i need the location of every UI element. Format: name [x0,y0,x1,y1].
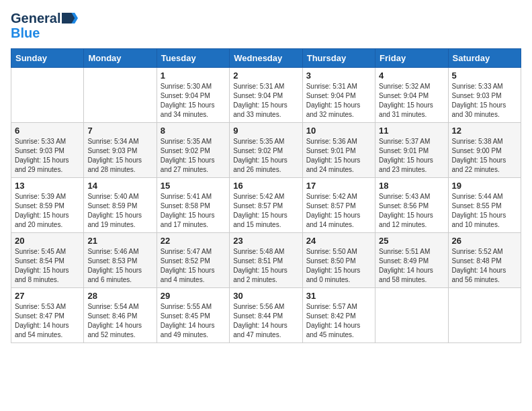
day-number: 25 [379,236,444,246]
calendar-cell: 19Sunrise: 5:44 AMSunset: 8:55 PMDayligh… [448,178,521,233]
logo-general: General [11,11,60,26]
cell-info: Sunrise: 5:34 AMSunset: 9:03 PMDaylight:… [87,137,152,175]
day-number: 3 [306,71,371,81]
cell-info: Sunrise: 5:44 AMSunset: 8:55 PMDaylight:… [452,192,517,230]
cell-info: Sunrise: 5:45 AMSunset: 8:54 PMDaylight:… [15,247,80,285]
day-number: 24 [306,236,371,246]
calendar-cell: 21Sunrise: 5:46 AMSunset: 8:53 PMDayligh… [84,233,157,288]
calendar-cell: 28Sunrise: 5:54 AMSunset: 8:46 PMDayligh… [84,288,157,343]
day-number: 12 [452,126,517,136]
day-number: 5 [452,71,517,81]
calendar-cell: 27Sunrise: 5:53 AMSunset: 8:47 PMDayligh… [11,288,84,343]
day-number: 20 [15,236,80,246]
cell-info: Sunrise: 5:31 AMSunset: 9:04 PMDaylight:… [233,82,298,120]
cell-info: Sunrise: 5:42 AMSunset: 8:57 PMDaylight:… [306,192,371,230]
weekday-header: Wednesday [230,49,302,68]
day-number: 23 [233,236,298,246]
calendar-cell: 5Sunrise: 5:33 AMSunset: 9:03 PMDaylight… [448,68,521,123]
calendar-cell: 6Sunrise: 5:33 AMSunset: 9:03 PMDaylight… [11,123,84,178]
calendar-cell: 18Sunrise: 5:43 AMSunset: 8:56 PMDayligh… [375,178,448,233]
day-number: 9 [233,126,298,136]
weekday-header: Saturday [448,49,521,68]
cell-info: Sunrise: 5:35 AMSunset: 9:02 PMDaylight:… [161,137,226,175]
cell-info: Sunrise: 5:54 AMSunset: 8:46 PMDaylight:… [87,302,152,340]
cell-info: Sunrise: 5:30 AMSunset: 9:04 PMDaylight:… [161,82,226,120]
calendar-cell: 1Sunrise: 5:30 AMSunset: 9:04 PMDaylight… [157,68,229,123]
cell-info: Sunrise: 5:40 AMSunset: 8:59 PMDaylight:… [87,192,152,230]
calendar-cell: 16Sunrise: 5:42 AMSunset: 8:57 PMDayligh… [230,178,302,233]
cell-info: Sunrise: 5:46 AMSunset: 8:53 PMDaylight:… [87,247,152,285]
calendar-cell: 25Sunrise: 5:51 AMSunset: 8:49 PMDayligh… [375,233,448,288]
cell-info: Sunrise: 5:50 AMSunset: 8:50 PMDaylight:… [306,247,371,285]
cell-info: Sunrise: 5:43 AMSunset: 8:56 PMDaylight:… [379,192,444,230]
cell-info: Sunrise: 5:47 AMSunset: 8:52 PMDaylight:… [161,247,226,285]
calendar-cell: 13Sunrise: 5:39 AMSunset: 8:59 PMDayligh… [11,178,84,233]
weekday-header: Tuesday [157,49,229,68]
day-number: 13 [15,181,80,191]
calendar-header: SundayMondayTuesdayWednesdayThursdayFrid… [11,49,521,68]
calendar-cell: 7Sunrise: 5:34 AMSunset: 9:03 PMDaylight… [84,123,157,178]
weekday-header: Friday [375,49,448,68]
cell-info: Sunrise: 5:38 AMSunset: 9:00 PMDaylight:… [452,137,517,175]
day-number: 11 [379,126,444,136]
calendar-cell [375,288,448,343]
logo-flag-icon [62,13,78,24]
calendar-cell: 12Sunrise: 5:38 AMSunset: 9:00 PMDayligh… [448,123,521,178]
calendar-cell: 9Sunrise: 5:35 AMSunset: 9:02 PMDaylight… [230,123,302,178]
calendar-cell: 2Sunrise: 5:31 AMSunset: 9:04 PMDaylight… [230,68,302,123]
calendar-cell: 4Sunrise: 5:32 AMSunset: 9:04 PMDaylight… [375,68,448,123]
cell-info: Sunrise: 5:36 AMSunset: 9:01 PMDaylight:… [306,137,371,175]
day-number: 14 [87,181,152,191]
day-number: 15 [161,181,226,191]
day-number: 7 [87,126,152,136]
calendar-cell: 15Sunrise: 5:41 AMSunset: 8:58 PMDayligh… [157,178,229,233]
calendar-cell [11,68,84,123]
cell-info: Sunrise: 5:39 AMSunset: 8:59 PMDaylight:… [15,192,80,230]
day-number: 6 [15,126,80,136]
day-number: 31 [306,291,371,301]
day-number: 28 [87,291,152,301]
day-number: 1 [161,71,226,81]
day-number: 4 [379,71,444,81]
weekday-header: Thursday [302,49,375,68]
cell-info: Sunrise: 5:32 AMSunset: 9:04 PMDaylight:… [379,82,444,120]
cell-info: Sunrise: 5:33 AMSunset: 9:03 PMDaylight:… [15,137,80,175]
calendar-cell [448,288,521,343]
page-header: General Blue [11,11,521,40]
cell-info: Sunrise: 5:35 AMSunset: 9:02 PMDaylight:… [233,137,298,175]
cell-info: Sunrise: 5:51 AMSunset: 8:49 PMDaylight:… [379,247,444,285]
day-number: 16 [233,181,298,191]
cell-info: Sunrise: 5:52 AMSunset: 8:48 PMDaylight:… [452,247,517,285]
day-number: 10 [306,126,371,136]
calendar-cell: 14Sunrise: 5:40 AMSunset: 8:59 PMDayligh… [84,178,157,233]
calendar-cell: 8Sunrise: 5:35 AMSunset: 9:02 PMDaylight… [157,123,229,178]
calendar-cell: 31Sunrise: 5:57 AMSunset: 8:42 PMDayligh… [302,288,375,343]
calendar-table: SundayMondayTuesdayWednesdayThursdayFrid… [11,48,521,343]
cell-info: Sunrise: 5:42 AMSunset: 8:57 PMDaylight:… [233,192,298,230]
day-number: 21 [87,236,152,246]
calendar-cell: 22Sunrise: 5:47 AMSunset: 8:52 PMDayligh… [157,233,229,288]
day-number: 18 [379,181,444,191]
calendar-cell: 17Sunrise: 5:42 AMSunset: 8:57 PMDayligh… [302,178,375,233]
cell-info: Sunrise: 5:48 AMSunset: 8:51 PMDaylight:… [233,247,298,285]
cell-info: Sunrise: 5:57 AMSunset: 8:42 PMDaylight:… [306,302,371,340]
logo-blue: Blue [11,26,40,40]
calendar-cell: 10Sunrise: 5:36 AMSunset: 9:01 PMDayligh… [302,123,375,178]
cell-info: Sunrise: 5:41 AMSunset: 8:58 PMDaylight:… [161,192,226,230]
calendar-cell: 3Sunrise: 5:31 AMSunset: 9:04 PMDaylight… [302,68,375,123]
weekday-header: Sunday [11,49,84,68]
day-number: 19 [452,181,517,191]
day-number: 17 [306,181,371,191]
cell-info: Sunrise: 5:31 AMSunset: 9:04 PMDaylight:… [306,82,371,120]
day-number: 29 [161,291,226,301]
day-number: 22 [161,236,226,246]
weekday-header: Monday [84,49,157,68]
day-number: 30 [233,291,298,301]
cell-info: Sunrise: 5:33 AMSunset: 9:03 PMDaylight:… [452,82,517,120]
calendar-cell: 23Sunrise: 5:48 AMSunset: 8:51 PMDayligh… [230,233,302,288]
cell-info: Sunrise: 5:56 AMSunset: 8:44 PMDaylight:… [233,302,298,340]
day-number: 2 [233,71,298,81]
calendar-cell: 30Sunrise: 5:56 AMSunset: 8:44 PMDayligh… [230,288,302,343]
calendar-cell: 20Sunrise: 5:45 AMSunset: 8:54 PMDayligh… [11,233,84,288]
logo: General Blue [11,11,78,40]
